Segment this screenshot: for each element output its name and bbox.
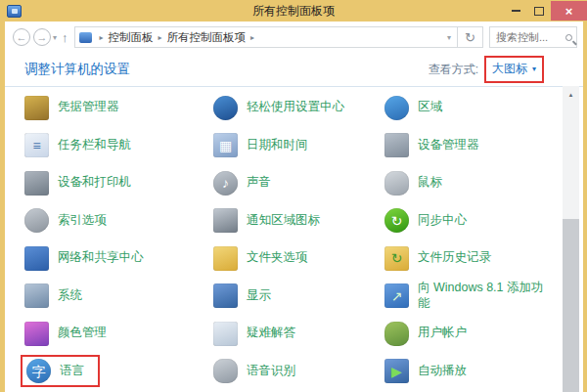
item-label: 日期和时间	[247, 138, 308, 153]
back-button[interactable]: ←	[13, 28, 30, 46]
folder-options-icon	[213, 246, 238, 271]
breadcrumb-control-panel[interactable]: 控制面板	[109, 30, 154, 45]
devices-printers-icon	[24, 171, 49, 196]
color-management-icon	[24, 322, 49, 346]
item-speech-recognition[interactable]: 语音识别	[208, 353, 380, 391]
ease-of-access-center-icon	[213, 96, 238, 120]
vertical-scrollbar[interactable]: ▲	[563, 86, 579, 392]
item-label: 任务栏和导航	[58, 138, 131, 153]
item-label: 声音	[247, 175, 271, 191]
address-dropdown-icon[interactable]: ▾	[441, 33, 457, 42]
item-file-history[interactable]: ↻ 文件历史记录	[380, 240, 554, 278]
title-bar: 所有控制面板项 ×	[0, 0, 587, 22]
forward-icon: →	[37, 31, 48, 43]
scrollbar-thumb[interactable]	[563, 219, 579, 392]
view-by-dropdown[interactable]: 大图标	[492, 61, 527, 77]
search-icon	[565, 34, 572, 41]
scroll-up-icon: ▲	[568, 92, 574, 98]
item-display[interactable]: 显示	[208, 278, 380, 316]
forward-button[interactable]: →	[33, 28, 51, 46]
item-label: 设备和打印机	[58, 175, 131, 191]
item-region[interactable]: 区域	[380, 89, 554, 127]
region-icon	[384, 96, 409, 120]
breadcrumb-all-items[interactable]: 所有控制面板项	[167, 30, 247, 45]
speech-recognition-icon	[213, 359, 238, 383]
annotation-box-view-by: 大图标 ▾	[484, 56, 544, 83]
breadcrumb-separator-icon: ▸	[158, 33, 162, 42]
up-button[interactable]: ↑	[62, 30, 68, 45]
item-mouse[interactable]: 鼠标	[380, 164, 554, 202]
item-label: 自动播放	[418, 364, 467, 379]
autoplay-icon: ▶	[384, 359, 409, 383]
item-label: 显示	[247, 288, 271, 304]
scroll-up-button[interactable]: ▲	[563, 86, 579, 103]
item-notification-area-icons[interactable]: 通知区域图标	[208, 202, 380, 240]
item-system[interactable]: 系统	[20, 278, 208, 316]
maximize-button[interactable]	[527, 0, 551, 22]
item-label: 语音识别	[247, 364, 295, 379]
item-language[interactable]: 字 语言	[21, 355, 100, 387]
page-header: 调整计算机的设置 查看方式: 大图标 ▾	[5, 53, 583, 86]
search-input[interactable]	[496, 31, 555, 43]
item-indexing-options[interactable]: 索引选项	[20, 202, 208, 240]
item-device-manager[interactable]: 设备管理器	[380, 127, 554, 165]
item-taskbar-navigation[interactable]: ≡ 任务栏和导航	[20, 127, 208, 165]
item-label: 向 Windows 8.1 添加功能	[418, 281, 554, 311]
sound-icon: ♪	[213, 171, 238, 196]
refresh-icon: ↻	[465, 30, 475, 45]
minimize-button[interactable]	[504, 0, 527, 22]
search-box[interactable]	[489, 26, 577, 48]
control-panel-items-area: 凭据管理器 轻松使用设置中心 区域 ≡ 任务栏和导航 ▦ 日期和时间 设备管理器…	[5, 86, 583, 392]
language-icon: 字	[26, 359, 51, 383]
breadcrumb-app-icon	[79, 32, 92, 43]
troubleshooting-icon	[213, 322, 238, 346]
item-label: 索引选项	[58, 213, 107, 229]
item-date-time[interactable]: ▦ 日期和时间	[208, 127, 380, 165]
item-label: 区域	[418, 100, 442, 115]
item-sync-center[interactable]: ↻ 同步中心	[380, 202, 554, 240]
item-label: 语言	[60, 364, 84, 379]
date-time-icon: ▦	[213, 133, 238, 157]
close-icon: ×	[565, 4, 573, 19]
breadcrumb-separator-icon: ▸	[250, 33, 254, 42]
view-by-label: 查看方式:	[429, 62, 478, 78]
item-user-accounts[interactable]: 用户帐户	[380, 315, 554, 353]
item-color-management[interactable]: 颜色管理	[20, 315, 208, 353]
item-label: 设备管理器	[418, 138, 479, 153]
item-troubleshooting[interactable]: 疑难解答	[208, 315, 380, 353]
system-icon	[24, 283, 49, 308]
item-label: 文件历史记录	[418, 250, 491, 266]
item-devices-printers[interactable]: 设备和打印机	[20, 164, 208, 202]
page-title: 调整计算机的设置	[24, 61, 130, 78]
item-label: 鼠标	[418, 175, 442, 191]
maximize-icon	[534, 7, 544, 16]
credential-manager-icon	[24, 96, 49, 120]
item-folder-options[interactable]: 文件夹选项	[208, 240, 380, 278]
mouse-icon	[384, 171, 409, 196]
refresh-button[interactable]: ↻	[458, 26, 483, 48]
item-label: 轻松使用设置中心	[247, 100, 344, 115]
add-features-windows81-icon: ↗	[384, 283, 409, 308]
item-label: 同步中心	[418, 213, 467, 229]
close-button[interactable]: ×	[551, 1, 587, 21]
item-sound[interactable]: ♪ 声音	[208, 164, 380, 202]
item-credential-manager[interactable]: 凭据管理器	[20, 89, 208, 127]
taskbar-navigation-icon: ≡	[24, 133, 49, 157]
item-label: 网络和共享中心	[58, 250, 144, 266]
item-label: 颜色管理	[58, 326, 107, 341]
chevron-down-icon: ▾	[532, 65, 536, 73]
items-grid: 凭据管理器 轻松使用设置中心 区域 ≡ 任务栏和导航 ▦ 日期和时间 设备管理器…	[5, 87, 583, 392]
recent-pages-dropdown[interactable]: ▾	[53, 33, 57, 42]
window-title: 所有控制面板项	[0, 3, 587, 20]
address-bar[interactable]: ▸ 控制面板 ▸ 所有控制面板项 ▸ ▾	[74, 26, 458, 48]
item-add-features-windows81[interactable]: ↗ 向 Windows 8.1 添加功能	[380, 278, 554, 316]
minimize-icon	[512, 10, 520, 12]
navigation-bar: ← → ▾ ↑ ▸ 控制面板 ▸ 所有控制面板项 ▸ ▾ ↻	[5, 22, 583, 53]
item-network-sharing-center[interactable]: 网络和共享中心	[20, 240, 208, 278]
back-icon: ←	[17, 31, 27, 43]
item-autoplay[interactable]: ▶ 自动播放	[380, 353, 554, 391]
item-ease-of-access-center[interactable]: 轻松使用设置中心	[208, 89, 380, 127]
sync-center-icon: ↻	[384, 208, 409, 233]
indexing-options-icon	[24, 208, 49, 233]
item-label: 通知区域图标	[247, 213, 320, 229]
